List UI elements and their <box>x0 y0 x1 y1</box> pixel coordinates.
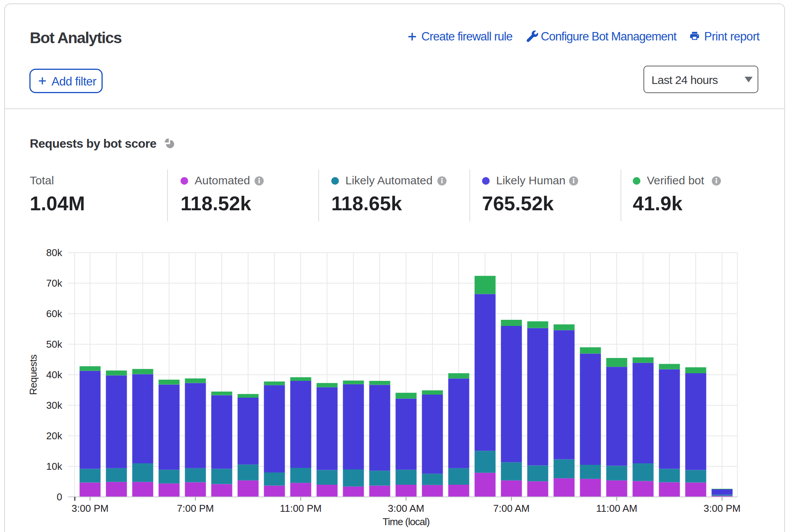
svg-text:Requests: Requests <box>27 355 39 395</box>
svg-text:30k: 30k <box>46 400 63 411</box>
svg-text:0: 0 <box>57 491 62 503</box>
svg-text:11:00 PM: 11:00 PM <box>280 503 321 514</box>
svg-text:Time (local): Time (local) <box>383 516 430 527</box>
svg-text:11:00 AM: 11:00 AM <box>596 503 637 514</box>
svg-text:3:00 PM: 3:00 PM <box>72 503 109 514</box>
svg-text:70k: 70k <box>46 277 63 289</box>
svg-text:10k: 10k <box>46 461 63 472</box>
svg-text:3:00 PM: 3:00 PM <box>704 503 741 514</box>
svg-text:3:00 AM: 3:00 AM <box>388 503 424 514</box>
svg-text:50k: 50k <box>46 339 63 350</box>
svg-text:7:00 PM: 7:00 PM <box>177 503 214 514</box>
svg-text:7:00 AM: 7:00 AM <box>493 503 529 514</box>
svg-text:60k: 60k <box>46 308 63 319</box>
svg-text:20k: 20k <box>46 430 63 442</box>
svg-text:40k: 40k <box>46 369 63 380</box>
svg-text:80k: 80k <box>46 247 63 258</box>
